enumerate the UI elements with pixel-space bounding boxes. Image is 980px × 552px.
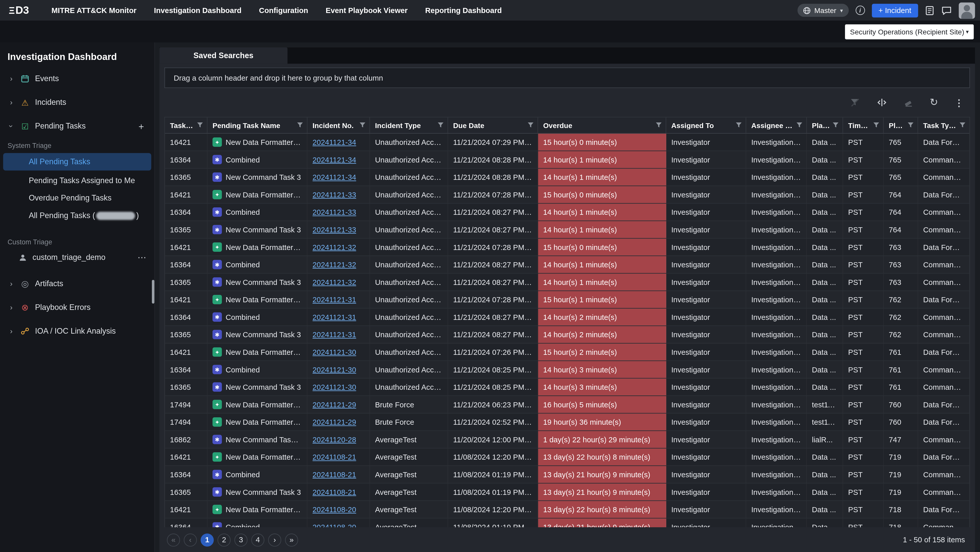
last-page-button[interactable]: » (285, 533, 298, 546)
incident-link[interactable]: 20241108-21 (312, 452, 356, 461)
filter-icon[interactable] (297, 121, 303, 129)
sidebar-item-artifacts[interactable]: › ◎ Artifacts (0, 272, 154, 295)
filter-icon[interactable] (438, 121, 444, 129)
incident-link[interactable]: 20241121-29 (312, 400, 356, 409)
master-dropdown[interactable]: Master ▾ (797, 4, 849, 17)
more-menu-icon[interactable]: ⋮ (955, 98, 964, 107)
refresh-icon[interactable]: ↻ (930, 97, 938, 107)
table-row[interactable]: 16365✱New Command Task 320241121-32Unaut… (165, 274, 969, 291)
incident-link[interactable]: 20241108-21 (312, 487, 356, 496)
page-button-3[interactable]: 3 (234, 533, 247, 546)
column-header-task_id[interactable]: Task ID (165, 117, 208, 133)
table-row[interactable]: 16421✦New Data Formatter Task 1420241121… (165, 291, 969, 309)
table-row[interactable]: 16364✱Combined20241121-32Unauthorized Ac… (165, 256, 969, 274)
nav-item-mitre-att-ck-monitor[interactable]: MITRE ATT&CK Monitor (43, 6, 145, 14)
incident-link[interactable]: 20241121-32 (312, 243, 356, 251)
group-by-bar[interactable]: Drag a column header and drop it here to… (164, 67, 970, 88)
filter-icon[interactable] (832, 121, 838, 129)
nav-item-configuration[interactable]: Configuration (250, 6, 317, 14)
table-row[interactable]: 16365✱New Command Task 320241121-33Unaut… (165, 221, 969, 239)
clear-filter-icon[interactable] (850, 97, 860, 107)
filter-icon[interactable] (360, 121, 366, 129)
incident-link[interactable]: 20241121-33 (312, 208, 356, 216)
incident-link[interactable]: 20241108-20 (312, 505, 356, 514)
table-row[interactable]: 16421✦New Data Formatter Task 1420241108… (165, 449, 969, 466)
table-row[interactable]: 16421✦New Data Formatter Task 1420241121… (165, 186, 969, 204)
column-header-playbook[interactable]: Play... (807, 117, 843, 133)
table-row[interactable]: 16365✱New Command Task 320241108-21Avera… (165, 484, 969, 501)
sidebar-item-events[interactable]: › Events (0, 67, 154, 90)
table-row[interactable]: 16421✦New Data Formatter Task 1420241121… (165, 134, 969, 151)
incident-link[interactable]: 20241121-29 (312, 417, 356, 426)
filter-icon[interactable] (655, 121, 662, 129)
site-selector[interactable]: Security Operations (Recipient Site) ▾ (845, 24, 974, 39)
table-row[interactable]: 16364✱Combined20241121-34Unauthorized Ac… (165, 151, 969, 169)
nav-item-event-playbook-viewer[interactable]: Event Playbook Viewer (317, 6, 417, 14)
nav-item-investigation-dashboard[interactable]: Investigation Dashboard (145, 6, 250, 14)
incident-link[interactable]: 20241121-30 (312, 365, 356, 374)
sidebar-item-ioa-ioc[interactable]: › IOA / IOC Link Analysis (0, 319, 154, 343)
table-row[interactable]: 16421✦New Data Formatter Task 1420241121… (165, 344, 969, 361)
column-header-due_date[interactable]: Due Date (448, 117, 538, 133)
previous-page-button[interactable]: ‹ (184, 533, 197, 546)
filter-icon[interactable] (796, 121, 802, 129)
table-row[interactable]: 16364✱Combined20241121-30Unauthorized Ac… (165, 361, 969, 379)
incident-link[interactable]: 20241121-30 (312, 348, 356, 356)
incident-link[interactable]: 20241121-32 (312, 278, 356, 287)
incident-link[interactable]: 20241121-31 (312, 313, 356, 321)
column-header-assigned_to[interactable]: Assigned To (667, 117, 746, 133)
table-row[interactable]: 16364✱Combined20241108-21AverageTest11/0… (165, 466, 969, 484)
sidebar-item-overdue-pending-tasks[interactable]: Overdue Pending Tasks (0, 189, 154, 207)
info-icon[interactable]: i (856, 6, 865, 15)
table-row[interactable]: 16365✱New Command Task 320241121-31Unaut… (165, 326, 969, 344)
table-row[interactable]: 16421✦New Data Formatter Task 1420241108… (165, 501, 969, 519)
table-row[interactable]: 17494✦New Data Formatter Task 6820241121… (165, 414, 969, 431)
page-button-4[interactable]: 4 (251, 533, 264, 546)
incident-link[interactable]: 20241121-34 (312, 173, 356, 181)
first-page-button[interactable]: « (167, 533, 180, 546)
d3-logo[interactable]: ΞD3 (9, 4, 29, 17)
filter-icon[interactable] (528, 121, 534, 129)
sidebar-item-pending-tasks[interactable]: › ☑ Pending Tasks + (0, 114, 154, 138)
sidebar-item-custom-triage-demo[interactable]: custom_triage_demo ⋯ (0, 248, 154, 266)
page-button-1[interactable]: 1 (200, 533, 213, 546)
incident-link[interactable]: 20241121-33 (312, 190, 356, 199)
sidebar-resize-handle[interactable] (152, 280, 154, 303)
next-page-button[interactable]: › (268, 533, 281, 546)
table-row[interactable]: 16365✱New Command Task 320241121-34Unaut… (165, 169, 969, 186)
fit-columns-icon[interactable] (876, 98, 887, 106)
nav-item-reporting-dashboard[interactable]: Reporting Dashboard (417, 6, 511, 14)
filter-icon[interactable] (197, 121, 203, 129)
sidebar-item-all-pending-tasks[interactable]: All Pending Tasks (3, 153, 151, 171)
incident-link[interactable]: 20241121-33 (312, 225, 356, 234)
sidebar-item-playbook-errors[interactable]: › ⊗ Playbook Errors (0, 295, 154, 319)
incident-link[interactable]: 20241121-32 (312, 260, 356, 269)
table-row[interactable]: 16364✱Combined20241121-31Unauthorized Ac… (165, 309, 969, 326)
table-row[interactable]: 16365✱New Command Task 320241121-30Unaut… (165, 379, 969, 396)
sidebar-item-incidents[interactable]: › ⚠ Incidents (0, 90, 154, 114)
more-options-icon[interactable]: ⋯ (138, 252, 147, 262)
table-row[interactable]: 16862✱New Command Task 5120241120-28Aver… (165, 431, 969, 449)
page-button-2[interactable]: 2 (218, 533, 231, 546)
column-header-incident_no[interactable]: Incident No. (307, 117, 370, 133)
incident-link[interactable]: 20241121-34 (312, 138, 356, 146)
table-row[interactable]: 16364✱Combined20241108-20AverageTest11/0… (165, 519, 969, 527)
incident-link[interactable]: 20241121-31 (312, 295, 356, 304)
column-header-assignee_type[interactable]: Assignee Ty... (746, 117, 807, 133)
filter-icon[interactable] (959, 121, 966, 129)
user-avatar[interactable] (959, 2, 975, 19)
incident-link[interactable]: 20241108-20 (312, 523, 356, 527)
table-row[interactable]: 16364✱Combined20241121-33Unauthorized Ac… (165, 203, 969, 221)
filter-icon[interactable] (735, 121, 741, 129)
sidebar-item-all-pending-tasks-site[interactable]: All Pending Tasks ( ) (0, 207, 154, 224)
incident-link[interactable]: 20241121-31 (312, 330, 356, 339)
filter-icon[interactable] (873, 121, 879, 129)
eraser-icon[interactable] (904, 97, 913, 107)
column-header-time_zone[interactable]: Time ... (843, 117, 884, 133)
sidebar-item-pending-tasks-assigned[interactable]: Pending Tasks Assigned to Me (0, 172, 154, 189)
incident-link[interactable]: 20241121-30 (312, 382, 356, 391)
table-row[interactable]: 16421✦New Data Formatter Task 1420241121… (165, 239, 969, 256)
column-header-overdue[interactable]: Overdue (538, 117, 667, 133)
column-header-task_type[interactable]: Task Type (918, 117, 969, 133)
filter-icon[interactable] (907, 121, 914, 129)
